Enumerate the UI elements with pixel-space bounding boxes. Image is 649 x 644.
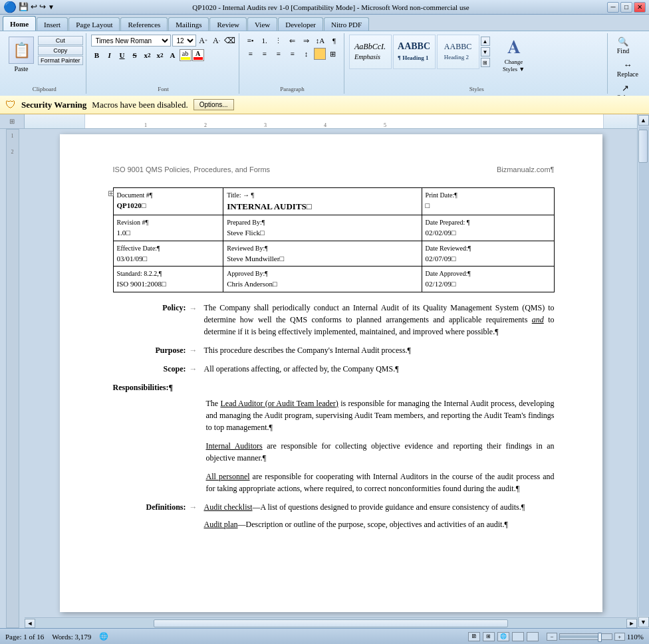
tab-review[interactable]: Review [209,17,247,31]
font-group-content: Times New Roman 12 A+ A- ⌫ B I U S [91,35,236,84]
table-cell-dateprepared: Date Prepared: ¶ 02/02/09□ [422,215,554,241]
borders-button[interactable]: ⊞ [326,48,340,60]
quick-access-undo[interactable]: ↩ [31,2,37,12]
find-icon: 🔍 [618,37,628,47]
tab-home[interactable]: Home [3,16,36,31]
bullets-button[interactable]: ≡• [244,35,257,47]
grow-font-button[interactable]: A+ [197,35,209,47]
web-layout-view[interactable]: 🌐 [497,632,509,641]
format-painter-button[interactable]: Format Painter [38,56,83,65]
vertical-scrollbar[interactable]: ▲ ▼ [637,114,649,628]
superscript-button[interactable]: x2 [154,49,166,61]
highlight-color-button[interactable]: ab [180,49,192,61]
text-effect-button[interactable]: A [167,49,179,61]
vscroll-track[interactable] [638,126,649,616]
align-justify-button[interactable]: ≡ [286,48,299,60]
ruler-corner-icon: ⊞ [9,118,15,125]
tab-view[interactable]: View [247,17,277,31]
hscroll-left-button[interactable]: ◄ [25,619,35,628]
find-button[interactable]: 🔍 Find [612,35,634,56]
header-right: Bizmanualz.com¶ [497,164,555,175]
underline-button[interactable]: U [116,49,128,61]
policy-text: The Company shall periodically conduct a… [204,302,555,338]
date-reviewed-label: Date Reviewed:¶ [426,243,551,253]
bold-button[interactable]: B [91,49,103,61]
status-bar: Page: 1 of 16 Words: 3,179 🌐 🖹 ⊞ 🌐 − + 1… [0,628,649,644]
print-layout-view[interactable]: 🖹 [468,632,480,641]
vscroll-up-button[interactable]: ▲ [638,115,649,126]
copy-button[interactable]: Copy [38,46,83,55]
paste-button[interactable]: 📋 Paste [6,35,37,74]
revision-value: 1.0□ [117,227,220,239]
align-center-button[interactable]: ≡ [258,48,271,60]
lead-auditor-underline: Lead Auditor (or Audit Team leader) [220,399,338,408]
clear-format-button[interactable]: ⌫ [224,35,236,47]
change-styles-button[interactable]: 𝐀 ChangeStyles ▼ [494,35,534,75]
shading-button[interactable] [314,48,326,60]
page-header: ISO 9001 QMS Policies, Procedures, and F… [113,164,555,175]
styles-scroll-down[interactable]: ▼ [481,47,490,56]
numbering-button[interactable]: 1. [258,35,271,47]
increase-indent-button[interactable]: ⇒ [300,35,313,47]
sort-button[interactable]: ↕A [314,35,327,47]
replace-button[interactable]: ↔ Replace [612,58,643,80]
decrease-indent-button[interactable]: ⇐ [286,35,299,47]
font-name-select[interactable]: Times New Roman [91,35,171,47]
vscroll-down-button[interactable]: ▼ [638,617,649,627]
quick-access-more[interactable]: ▼ [48,3,55,11]
zoom-out-button[interactable]: − [547,633,557,641]
strikethrough-button[interactable]: S [129,49,141,61]
horizontal-scrollbar[interactable]: ◄ ► [25,617,637,628]
vertical-ruler: 1 2 [6,129,19,628]
tab-developer[interactable]: Developer [278,17,323,31]
hscroll-track[interactable] [35,619,626,628]
styles-scroll-expand[interactable]: ⊞ [481,58,490,67]
style-emphasis[interactable]: AaBbCcI.Emphasis [349,35,392,69]
tab-page-layout[interactable]: Page Layout [68,17,120,31]
page-scroll-area[interactable]: ISO 9001 QMS Policies, Procedures, and F… [25,129,637,617]
style-heading2[interactable]: AABBCHeading 2 [437,35,479,69]
styles-scroll-up[interactable]: ▲ [481,37,490,46]
hscroll-right-button[interactable]: ► [626,619,637,628]
align-right-button[interactable]: ≡ [272,48,285,60]
editing-group: 🔍 Find ↔ Replace ↗ Select Editing [610,33,646,94]
font-group-label: Font [91,84,236,92]
title-value: INTERNAL AUDITS□ [227,200,418,213]
hscroll-thumb[interactable] [154,619,508,627]
paragraph-row2: ≡ ≡ ≡ ≡ ↕ ⊞ [244,48,340,60]
font-size-select[interactable]: 12 [172,35,196,47]
tab-nitro-pdf[interactable]: Nitro PDF [324,17,369,31]
font-color-button[interactable]: A [192,49,204,61]
definition-item2: Audit plan—Description or outline of the… [204,518,555,530]
options-button[interactable]: Options... [194,99,234,110]
style-heading1[interactable]: AABBC¶ Heading 1 [393,35,436,69]
clipboard-group: 📋 Paste Cut Copy Format Painter Clipboar… [3,33,86,94]
definitions-content: Audit checklist—A list of questions desi… [204,501,555,530]
line-spacing-button[interactable]: ↕ [300,48,313,60]
date-prepared-label: Date Prepared: ¶ [426,217,551,227]
maximize-button[interactable]: □ [620,2,632,13]
close-button[interactable]: ✕ [634,2,646,13]
multilevel-list-button[interactable]: ⋮ [272,35,285,47]
full-screen-view[interactable]: ⊞ [483,632,495,641]
cut-button[interactable]: Cut [38,36,83,45]
tab-mailings[interactable]: Mailings [168,17,209,31]
align-left-button[interactable]: ≡ [244,48,257,60]
subscript-button[interactable]: x2 [142,49,154,61]
minimize-button[interactable]: ─ [607,2,619,13]
tab-references[interactable]: References [120,17,168,31]
vscroll-thumb[interactable] [638,130,648,163]
shrink-font-button[interactable]: A- [211,35,223,47]
zoom-thumb[interactable] [598,633,602,642]
outline-view[interactable] [512,632,524,641]
header-left: ISO 9001 QMS Policies, Procedures, and F… [113,164,271,175]
zoom-slider[interactable] [559,633,612,640]
draft-view[interactable] [527,632,539,641]
show-marks-button[interactable]: ¶ [328,35,341,47]
quick-access-redo[interactable]: ↪ [39,2,46,12]
zoom-in-button[interactable]: + [614,633,625,641]
quick-access-save[interactable]: 💾 [19,2,29,12]
italic-button[interactable]: I [104,49,116,61]
date-reviewed-value: 02/07/09□ [426,253,551,265]
tab-insert[interactable]: Insert [37,17,68,31]
